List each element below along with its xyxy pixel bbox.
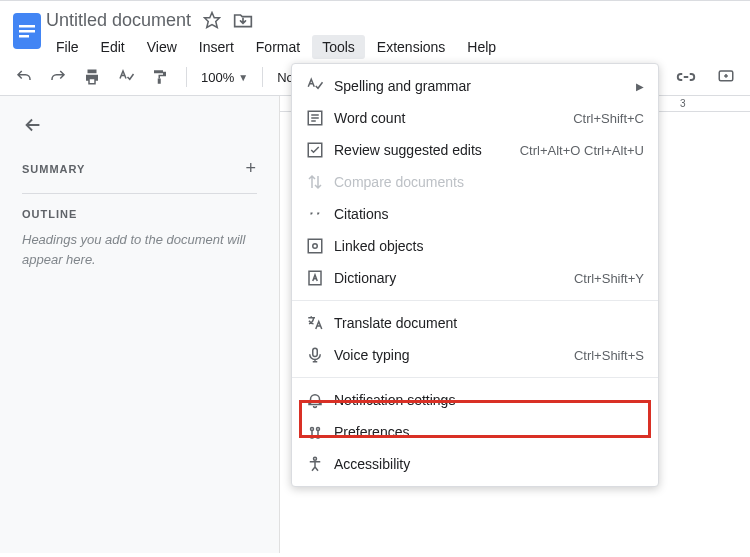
- accessibility-icon: [306, 455, 334, 473]
- svg-point-14: [311, 428, 314, 431]
- svg-point-11: [313, 244, 318, 249]
- star-icon[interactable]: [203, 11, 221, 29]
- menu-item-label: Spelling and grammar: [334, 78, 636, 94]
- menu-item-linked-objects[interactable]: Linked objects: [292, 230, 658, 262]
- add-summary-button[interactable]: +: [245, 158, 257, 179]
- menu-item-label: Word count: [334, 110, 573, 126]
- spellcheck-button[interactable]: [114, 65, 138, 89]
- review-icon: [306, 141, 334, 159]
- menu-item-citations[interactable]: Citations: [292, 198, 658, 230]
- menu-item-word-count[interactable]: Word countCtrl+Shift+C: [292, 102, 658, 134]
- docs-icon[interactable]: [8, 7, 46, 55]
- summary-heading: SUMMARY: [22, 163, 85, 175]
- menu-insert[interactable]: Insert: [189, 35, 244, 59]
- menu-item-label: Dictionary: [334, 270, 574, 286]
- menu-shortcut: Ctrl+Alt+O Ctrl+Alt+U: [520, 143, 644, 158]
- move-icon[interactable]: [233, 11, 253, 29]
- svg-rect-10: [308, 239, 322, 253]
- translate-icon: [306, 314, 334, 332]
- undo-button[interactable]: [12, 65, 36, 89]
- menu-item-spelling-and-grammar[interactable]: Spelling and grammar▶: [292, 70, 658, 102]
- menu-bar: FileEditViewInsertFormatToolsExtensionsH…: [46, 35, 750, 59]
- menu-item-translate-document[interactable]: Translate document: [292, 307, 658, 339]
- menu-item-review-suggested-edits[interactable]: Review suggested editsCtrl+Alt+O Ctrl+Al…: [292, 134, 658, 166]
- spellcheck-icon: [306, 77, 334, 95]
- divider: [22, 193, 257, 194]
- back-arrow-icon[interactable]: [22, 114, 257, 136]
- svg-rect-1: [19, 25, 35, 28]
- menu-extensions[interactable]: Extensions: [367, 35, 455, 59]
- svg-point-15: [317, 428, 320, 431]
- menu-item-dictionary[interactable]: DictionaryCtrl+Shift+Y: [292, 262, 658, 294]
- menu-shortcut: Ctrl+Shift+C: [573, 111, 644, 126]
- wordcount-icon: [306, 109, 334, 127]
- menu-item-label: Voice typing: [334, 347, 574, 363]
- menu-item-label: Compare documents: [334, 174, 644, 190]
- menu-file[interactable]: File: [46, 35, 89, 59]
- ruler-tick: 3: [680, 98, 686, 109]
- separator: [262, 67, 263, 87]
- menu-help[interactable]: Help: [457, 35, 506, 59]
- prefs-icon: [306, 423, 334, 441]
- menu-item-preferences[interactable]: Preferences: [292, 416, 658, 448]
- svg-rect-5: [90, 79, 95, 83]
- menu-separator: [292, 300, 658, 301]
- menu-shortcut: Ctrl+Shift+Y: [574, 271, 644, 286]
- separator: [186, 67, 187, 87]
- menu-item-label: Accessibility: [334, 456, 644, 472]
- submenu-arrow-icon: ▶: [636, 81, 644, 92]
- menu-edit[interactable]: Edit: [91, 35, 135, 59]
- svg-rect-2: [19, 30, 35, 33]
- tools-menu-dropdown: Spelling and grammar▶Word countCtrl+Shif…: [291, 63, 659, 487]
- menu-item-label: Linked objects: [334, 238, 644, 254]
- menu-item-compare-documents: Compare documents: [292, 166, 658, 198]
- menu-tools[interactable]: Tools: [312, 35, 365, 59]
- menu-format[interactable]: Format: [246, 35, 310, 59]
- doc-title[interactable]: Untitled document: [46, 10, 191, 31]
- print-button[interactable]: [80, 65, 104, 89]
- menu-item-label: Notification settings: [334, 392, 644, 408]
- comment-button[interactable]: [714, 65, 738, 89]
- svg-marker-4: [205, 13, 220, 28]
- menu-item-label: Preferences: [334, 424, 644, 440]
- voice-icon: [306, 346, 334, 364]
- menu-item-notification-settings[interactable]: Notification settings: [292, 384, 658, 416]
- svg-rect-3: [19, 35, 29, 38]
- outline-sidebar: SUMMARY + OUTLINE Headings you add to th…: [0, 96, 280, 553]
- svg-rect-6: [158, 79, 161, 84]
- bell-icon: [306, 391, 334, 409]
- linked-icon: [306, 237, 334, 255]
- redo-button[interactable]: [46, 65, 70, 89]
- menu-item-accessibility[interactable]: Accessibility: [292, 448, 658, 480]
- paint-format-button[interactable]: [148, 65, 172, 89]
- citations-icon: [306, 205, 334, 223]
- menu-item-label: Translate document: [334, 315, 644, 331]
- outline-heading: OUTLINE: [22, 208, 257, 220]
- menu-item-label: Citations: [334, 206, 644, 222]
- dictionary-icon: [306, 269, 334, 287]
- zoom-select[interactable]: 100%▼: [201, 70, 248, 85]
- menu-separator: [292, 377, 658, 378]
- menu-view[interactable]: View: [137, 35, 187, 59]
- menu-item-voice-typing[interactable]: Voice typingCtrl+Shift+S: [292, 339, 658, 371]
- menu-item-label: Review suggested edits: [334, 142, 520, 158]
- menu-shortcut: Ctrl+Shift+S: [574, 348, 644, 363]
- outline-placeholder: Headings you add to the document will ap…: [22, 230, 257, 269]
- link-button[interactable]: [674, 65, 698, 89]
- title-bar: Untitled document FileEditViewInsertForm…: [0, 0, 750, 59]
- svg-point-16: [314, 457, 317, 460]
- svg-rect-13: [313, 348, 318, 356]
- compare-icon: [306, 173, 334, 191]
